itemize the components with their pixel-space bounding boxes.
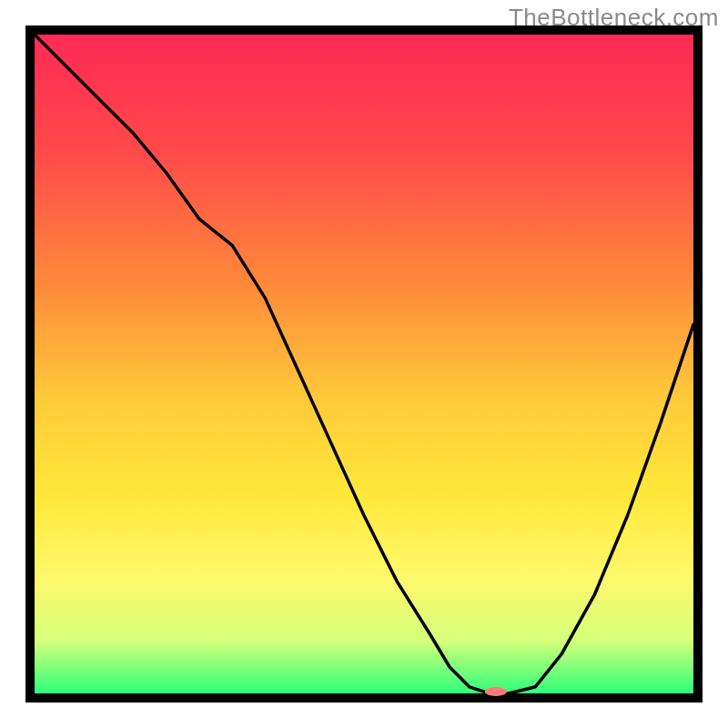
- optimal-point-marker: [485, 687, 507, 696]
- bottleneck-chart: [0, 0, 728, 728]
- watermark-text: TheBottleneck.com: [509, 4, 719, 32]
- chart-frame: TheBottleneck.com: [0, 0, 728, 728]
